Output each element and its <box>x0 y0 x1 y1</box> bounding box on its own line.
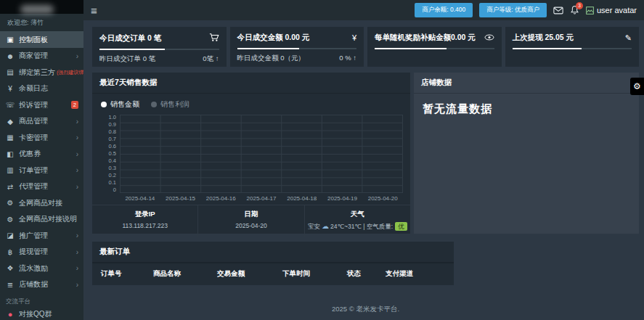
sidebar-item-coupons[interactable]: ◧ 优惠券 › <box>0 146 83 163</box>
shop-data-panel: 店铺数据 暂无流量数据 <box>414 73 639 234</box>
sidebar-item-bind-third-party[interactable]: ▤ 绑定第三方 (强烈建议绑定) <box>0 64 83 81</box>
chart-plot-area <box>120 115 403 193</box>
sidebar-item-label: 代理管理 <box>19 181 48 192</box>
monitor-icon: ▣ <box>5 36 15 44</box>
y-tick: 0.3 <box>109 165 116 171</box>
column-pay-channel: 支付渠道 <box>386 269 445 279</box>
sidebar-item-qq-group[interactable]: ● 对接QQ群 <box>0 308 83 320</box>
chevron-right-icon: › <box>76 264 78 272</box>
logo-blur <box>20 5 54 14</box>
yen-icon: ¥ <box>5 85 15 93</box>
stat-sub-left: 昨日成交金额 0（元） <box>237 54 305 63</box>
swap-icon: ⇄ <box>5 183 15 191</box>
stat-title: 上次提现 25.05 元 <box>513 33 574 43</box>
legend-sales-amount[interactable]: 销售金额 <box>101 99 139 110</box>
stat-sub-left: 昨日成交订单 0 笔 <box>99 54 155 64</box>
x-tick: 2025-04-17 <box>241 195 282 202</box>
x-tick: 2025-04-20 <box>362 195 403 202</box>
stat-sub-right: 0笔 ↑ <box>203 54 219 64</box>
broken-image-icon <box>586 7 594 15</box>
sidebar-item-label: 店铺数据 <box>19 279 48 290</box>
merchant-balance-button[interactable]: 商户余额: 0.400 <box>415 3 473 17</box>
weather-label: 天气 <box>306 210 409 219</box>
sidebar-item-label: 订单管理 <box>19 165 48 176</box>
progress-track <box>513 48 632 49</box>
x-tick: 2025-04-15 <box>160 195 201 202</box>
sidebar-item-agents[interactable]: ⇄ 代理管理 › <box>0 179 83 195</box>
column-product-name: 商品名称 <box>153 269 217 279</box>
x-tick: 2025-04-18 <box>282 195 322 202</box>
avatar[interactable]: user avatar <box>586 6 637 15</box>
footer-text: 2025 © 老米发卡平台. <box>92 305 639 319</box>
y-tick: 0.2 <box>109 173 116 179</box>
y-tick: 0.9 <box>109 122 116 128</box>
sidebar-item-promotion[interactable]: ◪ 推广管理 › <box>0 227 83 244</box>
sidebar-item-label: 提现管理 <box>19 247 48 257</box>
sidebar-item-label: 卡密管理 <box>19 133 48 143</box>
complaints-badge: 2 <box>71 101 78 109</box>
sidebar-item-merchants[interactable]: ☻ 商家管理 › <box>0 48 83 65</box>
sidebar-item-network-products-guide[interactable]: ⚙ 全网商品对接说明 <box>0 211 83 228</box>
chevron-right-icon: › <box>76 281 78 289</box>
chevron-right-icon: › <box>76 183 78 191</box>
sidebar-item-dashboard[interactable]: ▣ 控制面板 <box>0 31 83 48</box>
stat-cards-row: 今日成交订单 0 笔 昨日成交订单 0 笔 0笔 ↑ 今日成交金额 0.00 元 <box>92 27 639 67</box>
notifications-icon[interactable]: 3 <box>570 5 579 15</box>
qq-icon: ● <box>5 310 15 319</box>
date-value: 2025-04-20 <box>200 222 302 229</box>
orders-panel-title: 最新订单 <box>92 242 454 263</box>
sidebar-item-shop-data[interactable]: ≣ 店铺数据 › <box>0 276 83 293</box>
info-row: 登录IP 113.118.217.223 日期 2025-04-20 天气 宝安… <box>92 205 410 237</box>
sidebar-item-card-keys[interactable]: ▦ 卡密管理 › <box>0 129 83 146</box>
messages-icon[interactable] <box>553 7 563 15</box>
legend-label: 销售利润 <box>160 99 189 110</box>
merchant-level-button[interactable]: 商户等级: 优质商户 <box>479 3 547 17</box>
stat-title: 今日成交订单 0 笔 <box>99 33 161 44</box>
chart-x-axis: 2025-04-14 2025-04-15 2025-04-16 2025-04… <box>120 195 403 202</box>
y-tick: 0.1 <box>109 180 116 186</box>
sidebar-item-label: 控制面板 <box>19 35 48 45</box>
database-icon: ≣ <box>5 281 15 289</box>
yen-icon: ¥ <box>352 34 356 42</box>
legend-dot <box>151 102 157 107</box>
y-tick: 0.8 <box>109 129 116 135</box>
login-ip-cell: 登录IP 113.118.217.223 <box>92 205 198 237</box>
promo-icon: ◪ <box>5 231 15 239</box>
sidebar-item-network-products[interactable]: ⚙ 全网商品对接 <box>0 194 83 211</box>
sidebar-item-products[interactable]: ◆ 商品管理 › <box>0 113 83 130</box>
progress-fill <box>375 48 447 49</box>
notifications-badge: 3 <box>576 2 583 9</box>
aqi-badge: 优 <box>395 222 407 231</box>
legend-dot <box>101 102 107 107</box>
sidebar-item-balance-log[interactable]: ¥ 余额日志 <box>0 81 83 97</box>
sidebar: 欢迎您: 薄竹 ▣ 控制面板 ☻ 商家管理 › ▤ 绑定第三方 (强烈建议绑定)… <box>0 0 83 320</box>
no-traffic-text: 暂无流量数据 <box>414 94 639 125</box>
sidebar-item-withdrawal[interactable]: ฿ 提现管理 › <box>0 244 83 260</box>
cart-icon <box>209 33 219 44</box>
topbar-right: 商户余额: 0.400 商户等级: 优质商户 3 user avatar <box>415 3 637 17</box>
welcome-text: 欢迎您: 薄竹 <box>0 14 83 31</box>
y-tick: 0.7 <box>109 136 116 142</box>
sidebar-item-orders[interactable]: ▥ 订单管理 › <box>0 162 83 179</box>
phone-icon: ☏ <box>5 101 15 109</box>
column-order-id: 订单号 <box>101 269 153 279</box>
gear-icon: ⚙ <box>5 216 15 223</box>
weather-text: 24℃~31℃ | 空气质量: <box>330 223 393 230</box>
logo <box>0 0 83 14</box>
weather-value: 宝安☁24℃~31℃ | 空气质量:优 <box>306 222 409 231</box>
sidebar-item-label: 投诉管理 <box>19 100 48 110</box>
topbar: ≡ 商户余额: 0.400 商户等级: 优质商户 3 user avatar <box>83 0 644 20</box>
sidebar-item-label: 商家管理 <box>19 51 48 61</box>
date-cell: 日期 2025-04-20 <box>198 205 304 237</box>
chevron-right-icon: › <box>76 166 78 174</box>
sidebar-item-complaints[interactable]: ☏ 投诉管理 2 <box>0 97 83 113</box>
settings-gear-button[interactable]: ⚙ <box>630 78 644 95</box>
y-tick: 0.4 <box>109 158 116 164</box>
legend-sales-profit[interactable]: 销售利润 <box>151 99 189 110</box>
sidebar-item-flow-incentive[interactable]: ❖ 流水激励 › <box>0 260 83 276</box>
spark-icon: ❖ <box>5 264 15 272</box>
chevron-right-icon: › <box>76 134 78 141</box>
weather-city: 宝安 <box>308 223 320 230</box>
content: 今日成交订单 0 笔 昨日成交订单 0 笔 0笔 ↑ 今日成交金额 0.00 元 <box>83 20 644 320</box>
menu-toggle-icon[interactable]: ≡ <box>91 5 97 16</box>
